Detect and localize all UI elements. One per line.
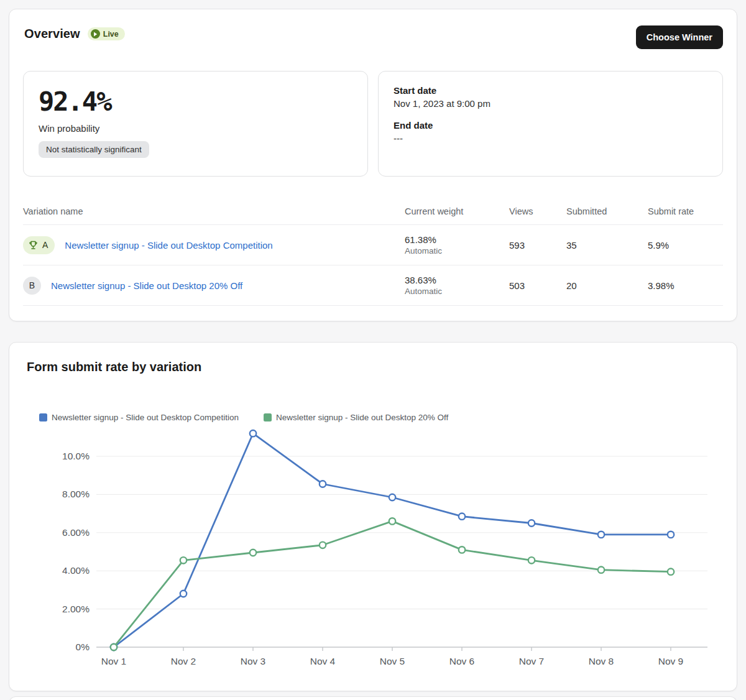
page-title: Overview: [24, 27, 80, 41]
variation-a-views: 593: [509, 240, 566, 251]
legend-swatch-blue: [39, 413, 47, 421]
chart-card: Form submit rate by variation Newsletter…: [9, 342, 737, 691]
stat-cards-row: 92.4% Win probability Not statistically …: [23, 71, 723, 177]
next-card-partial: [9, 696, 737, 700]
svg-text:Nov 8: Nov 8: [589, 656, 614, 666]
svg-text:Nov 1: Nov 1: [101, 656, 127, 666]
variation-a-weight-mode: Automatic: [405, 246, 509, 256]
chart-title: Form submit rate by variation: [27, 360, 719, 374]
start-date-block: Start date Nov 1, 2023 at 9:00 pm: [394, 85, 707, 109]
significance-badge: Not statistically significant: [39, 141, 149, 158]
variation-b-weight: 38.63%: [405, 275, 509, 285]
svg-text:Nov 6: Nov 6: [449, 656, 475, 666]
svg-text:Nov 7: Nov 7: [519, 656, 545, 666]
live-status-badge: Live: [88, 27, 125, 40]
variation-b-submit-rate: 3.98%: [648, 280, 723, 291]
variation-a-letter: A: [42, 240, 48, 250]
svg-text:Nov 2: Nov 2: [171, 656, 196, 666]
svg-text:6.00%: 6.00%: [62, 527, 90, 538]
legend-item-variation-b: Newsletter signup - Slide out Desktop 20…: [264, 413, 448, 422]
variation-a-submitted: 35: [566, 240, 648, 251]
win-probability-value: 92.4%: [39, 86, 352, 117]
col-header-variation-name: Variation name: [23, 206, 405, 216]
chart-legend: Newsletter signup - Slide out Desktop Co…: [39, 413, 719, 422]
col-header-submitted: Submitted: [566, 206, 648, 216]
svg-text:Nov 4: Nov 4: [310, 656, 336, 666]
variation-b-views: 503: [509, 280, 566, 291]
variation-b-submitted: 20: [566, 280, 648, 291]
legend-label-variation-b: Newsletter signup - Slide out Desktop 20…: [276, 413, 448, 422]
win-probability-label: Win probability: [39, 123, 352, 134]
overview-card: Overview Live Choose Winner 92.4% Win pr…: [9, 9, 737, 321]
svg-text:Nov 3: Nov 3: [241, 656, 266, 666]
table-row: A Newsletter signup - Slide out Desktop …: [23, 225, 723, 265]
trophy-icon: [28, 240, 39, 251]
overview-header: Overview Live: [24, 27, 722, 41]
end-date-block: End date ---: [394, 120, 707, 144]
choose-winner-button[interactable]: Choose Winner: [636, 25, 723, 49]
start-date-value: Nov 1, 2023 at 9:00 pm: [394, 98, 707, 109]
variation-b-badge: B: [23, 277, 41, 295]
variation-a-link[interactable]: Newsletter signup - Slide out Desktop Co…: [65, 240, 272, 251]
variation-a-weight: 61.38%: [405, 234, 509, 245]
svg-text:Nov 5: Nov 5: [380, 656, 405, 666]
legend-label-variation-a: Newsletter signup - Slide out Desktop Co…: [52, 413, 239, 422]
svg-text:0%: 0%: [76, 642, 90, 652]
svg-text:8.00%: 8.00%: [62, 489, 90, 499]
legend-item-variation-a: Newsletter signup - Slide out Desktop Co…: [39, 413, 239, 422]
variations-table: Variation name Current weight Views Subm…: [23, 198, 723, 306]
col-header-submit-rate: Submit rate: [648, 206, 723, 216]
live-badge-label: Live: [103, 30, 119, 39]
variation-a-submit-rate: 5.9%: [648, 240, 723, 251]
svg-text:10.0%: 10.0%: [62, 451, 90, 461]
col-header-views: Views: [509, 206, 566, 216]
dates-card: Start date Nov 1, 2023 at 9:00 pm End da…: [378, 71, 723, 177]
variation-b-weight-mode: Automatic: [405, 287, 509, 296]
svg-text:2.00%: 2.00%: [62, 604, 90, 614]
submit-rate-line-chart[interactable]: 0%2.00%4.00%6.00%8.00%10.0%Nov 1Nov 2Nov…: [27, 426, 719, 681]
end-date-value: ---: [394, 133, 707, 144]
svg-text:Nov 9: Nov 9: [658, 656, 684, 666]
win-probability-card: 92.4% Win probability Not statistically …: [23, 71, 368, 177]
start-date-label: Start date: [394, 85, 707, 96]
table-row: B Newsletter signup - Slide out Desktop …: [23, 265, 723, 306]
legend-swatch-green: [264, 413, 272, 421]
variation-a-winner-badge: A: [23, 236, 55, 254]
live-play-icon: [91, 29, 100, 39]
end-date-label: End date: [394, 120, 707, 131]
variation-b-link[interactable]: Newsletter signup - Slide out Desktop 20…: [51, 280, 242, 291]
table-header-row: Variation name Current weight Views Subm…: [23, 198, 723, 225]
svg-text:4.00%: 4.00%: [62, 565, 90, 576]
col-header-current-weight: Current weight: [405, 206, 509, 216]
